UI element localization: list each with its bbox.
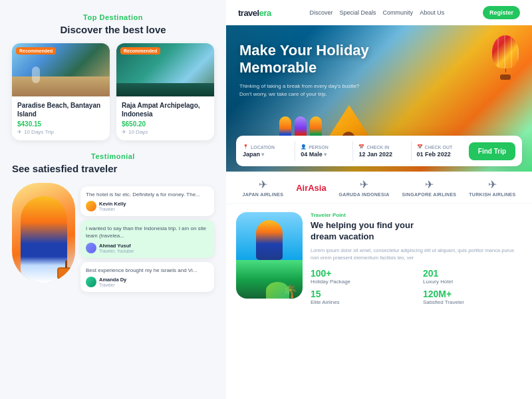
testimonial-section: Testimonial See satiesfied traveler The … [12, 152, 214, 292]
stat-hotel-label: Luxury Hotel [423, 279, 522, 285]
chat-author-role-1: Traveler [99, 207, 126, 211]
plane-icon-1: ✈ [17, 129, 22, 135]
calendar-icon-checkin: 📅 [358, 144, 364, 150]
checkout-value: 01 Feb 2022 [417, 151, 464, 158]
vacation-person-fig [256, 220, 283, 260]
chat-author-name-1: Kevin Kelly [99, 201, 126, 207]
hero-subtitle: Thinking of taking a break from every da… [239, 82, 372, 98]
traveler-image [12, 183, 75, 283]
nav-links: Discover Special Deals Community About U… [281, 9, 473, 16]
testimonial-inner: The hotel is far etc. Definitely a for m… [12, 180, 214, 292]
search-checkin-field[interactable]: 📅 CHECK IN 12 Jan 2022 [358, 144, 405, 158]
airline-japan: ✈ JAPAN AIRLINES [242, 178, 283, 197]
airline-airasia: AirAsia [296, 183, 327, 193]
stat-airlines-number: 15 [311, 289, 410, 299]
nav-link-discover[interactable]: Discover [310, 9, 333, 16]
top-destination-title: Discover the best love [12, 24, 214, 35]
chat-author-role-3: Traveler [99, 283, 126, 287]
location-chevron-icon: ▾ [261, 152, 264, 158]
chat-text-2: I wanted to say than the Indonesia trip.… [86, 225, 209, 239]
chat-avatar-2 [86, 243, 96, 253]
recommended-badge-2: Recommended [120, 47, 160, 55]
stat-hotel-number: 201 [423, 268, 522, 279]
nav-link-community[interactable]: Community [383, 9, 414, 16]
chat-author-name-2: Ahmad Yusuf [99, 243, 134, 249]
balloon-stripes [492, 35, 519, 68]
register-button[interactable]: Register [483, 6, 520, 19]
chat-bubble-1: The hotel is far etc. Definitely a for m… [80, 186, 214, 216]
chat-author-info-1: Kevin Kelly Traveler [99, 201, 126, 211]
person-chevron-icon: ▾ [324, 152, 327, 158]
search-location-field[interactable]: 📍 LOCATION Japan ▾ [243, 144, 289, 158]
person-value[interactable]: 04 Male ▾ [301, 151, 347, 158]
search-checkout-field[interactable]: 📅 CHECK OUT 01 Feb 2022 [417, 144, 464, 158]
destination-cards: Recommended Paradise Beach, Bantayan Isl… [12, 43, 214, 140]
vacation-img-bottom: 🌴 [236, 260, 303, 299]
chat-avatar-3 [86, 277, 96, 287]
stat-satisfied-traveler: 120M+ Satisfied Traveler [423, 289, 522, 305]
chat-text-3: Best experience brought my he israels an… [86, 267, 209, 274]
hot-air-balloon [492, 35, 519, 80]
balloon-rope [505, 68, 506, 72]
search-divider-3 [411, 141, 412, 161]
balloon-basket [500, 74, 511, 80]
dest-card-2-body: Raja Ampat Archipelago, Indonesia $650.2… [116, 96, 214, 140]
stat-holiday-label: Holiday Package [311, 279, 410, 285]
dest-card-1-price: $430.15 [17, 120, 104, 128]
airline-garuda: ✈ Garuda Indonesia [339, 178, 390, 197]
person-label: 👤 PERSON [301, 144, 347, 150]
dest-card-1[interactable]: Recommended Paradise Beach, Bantayan Isl… [12, 43, 110, 140]
airline-turkish: ✈ TURKISH AIRLINES [469, 178, 515, 197]
chat-author-info-2: Ahmad Yusuf Traveler, Youtuber [99, 243, 134, 253]
search-divider-1 [295, 141, 295, 161]
dest-card-2-name: Raja Ampat Archipelago, Indonesia [122, 101, 209, 118]
location-icon: 📍 [243, 144, 249, 150]
bush-shape [266, 282, 289, 299]
turkish-icon: ✈ [488, 178, 497, 191]
stat-airlines-label: Elite Airlines [311, 299, 410, 305]
hero-title: Make Your Holiday Memorable [239, 42, 372, 77]
stat-holiday-package: 100+ Holiday Package [311, 268, 410, 285]
search-divider-2 [352, 141, 353, 161]
chat-author-3: Amanda Dy Traveler [86, 277, 209, 287]
turkish-name: TURKISH AIRLINES [469, 192, 515, 197]
stat-traveler-number: 120M+ [423, 289, 522, 299]
vacation-img-top [236, 212, 303, 260]
chat-text-1: The hotel is far etc. Definitely a for m… [86, 191, 209, 198]
airline-singapore: ✈ SINGAPORE AIRLINES [402, 178, 457, 197]
dest-card-1-name: Paradise Beach, Bantayan Island [17, 101, 104, 118]
chat-author-1: Kevin Kelly Traveler [86, 201, 209, 211]
calendar-icon-checkout: 📅 [417, 144, 423, 150]
search-person-field[interactable]: 👤 PERSON 04 Male ▾ [301, 144, 347, 158]
dest-card-2-price: $650.20 [122, 120, 209, 128]
recommended-badge-1: Recommended [16, 47, 56, 55]
location-label: 📍 LOCATION [243, 144, 289, 150]
dest-card-2[interactable]: Recommended Raja Ampat Archipelago, Indo… [116, 43, 214, 140]
garuda-icon: ✈ [360, 178, 368, 191]
nav-link-about[interactable]: About Us [420, 9, 444, 16]
vacation-image: 🌴 [236, 212, 303, 299]
stat-elite-airlines: 15 Elite Airlines [311, 289, 410, 305]
find-trip-button[interactable]: Find Trip [469, 142, 515, 160]
dest-card-1-image: Recommended [12, 43, 110, 96]
singapore-name: SINGAPORE AIRLINES [402, 192, 457, 197]
vacation-info: Traveler Point We helping you find your … [311, 212, 522, 305]
chat-bubbles: The hotel is far etc. Definitely a for m… [80, 180, 214, 292]
left-panel: Top Destination Discover the best love R… [0, 0, 226, 399]
dest-card-1-days: ✈ 10 Days Trip [17, 129, 104, 135]
garuda-name: Garuda Indonesia [339, 192, 390, 197]
location-value[interactable]: Japan ▾ [243, 151, 289, 158]
dest-card-2-days: ✈ 10 Days [122, 129, 209, 135]
checkin-label: 📅 CHECK IN [358, 144, 405, 150]
right-panel: travelera Discover Special Deals Communi… [226, 0, 532, 399]
chat-author-2: Ahmad Yusuf Traveler, Youtuber [86, 243, 209, 253]
plane-icon-2: ✈ [122, 129, 126, 135]
traveler-point-label: Traveler Point [311, 212, 522, 218]
navbar: travelera Discover Special Deals Communi… [226, 0, 532, 25]
vacation-title: We helping you find your dream vacation [311, 220, 522, 243]
chat-author-info-3: Amanda Dy Traveler [99, 277, 126, 287]
airlines-bar: ✈ JAPAN AIRLINES AirAsia ✈ Garuda Indone… [226, 172, 532, 204]
bottom-section: 🌴 Traveler Point We helping you find you… [226, 204, 532, 313]
nav-link-special-deals[interactable]: Special Deals [340, 9, 376, 16]
nav-logo: travelera [238, 8, 271, 18]
